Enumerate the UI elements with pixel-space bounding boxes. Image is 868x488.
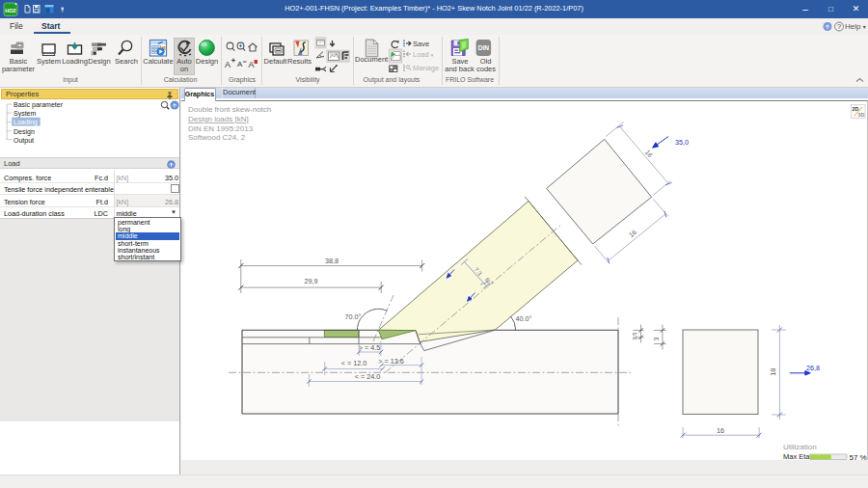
- svg-text:3D: 3D: [858, 112, 865, 118]
- svg-text:1.5: 1.5: [632, 332, 637, 340]
- svg-text:A: A: [237, 60, 243, 68]
- svg-text:16: 16: [628, 229, 638, 238]
- svg-text:Double front skew-notch: Double front skew-notch: [188, 105, 271, 114]
- svg-text:16: 16: [717, 426, 724, 435]
- svg-text:Design loads [kN]: Design loads [kN]: [188, 115, 249, 123]
- svg-text:< = 12.0: < = 12.0: [341, 359, 366, 367]
- svg-text:?: ?: [837, 22, 841, 31]
- svg-text:2D: 2D: [853, 106, 859, 112]
- svg-text:A: A: [225, 60, 231, 69]
- svg-text:18: 18: [769, 368, 777, 376]
- svg-text:16: 16: [644, 149, 654, 159]
- svg-text:DIN: DIN: [478, 44, 490, 51]
- svg-text:Softwood C24, 2: Softwood C24, 2: [188, 133, 246, 142]
- svg-text:A: A: [249, 60, 255, 69]
- svg-text:> = 4.5: > = 4.5: [359, 343, 380, 352]
- svg-text:40.0°: 40.0°: [516, 314, 532, 323]
- svg-text:26,8: 26,8: [806, 364, 820, 372]
- svg-text:29,9: 29,9: [305, 277, 318, 285]
- svg-text:> = 13.6: > = 13.6: [378, 357, 403, 366]
- svg-text:3: 3: [653, 337, 660, 340]
- svg-text:Max Eta: Max Eta: [783, 452, 810, 460]
- svg-text:DIN EN 1995:2013: DIN EN 1995:2013: [188, 124, 254, 133]
- svg-text:57 %: 57 %: [850, 453, 867, 461]
- svg-text:38,8: 38,8: [325, 257, 339, 265]
- svg-text:70.0°: 70.0°: [345, 312, 362, 321]
- svg-text:Utilization: Utilization: [783, 443, 817, 451]
- svg-text:35,0: 35,0: [675, 138, 689, 147]
- svg-text:< = 24.0: < = 24.0: [355, 372, 380, 381]
